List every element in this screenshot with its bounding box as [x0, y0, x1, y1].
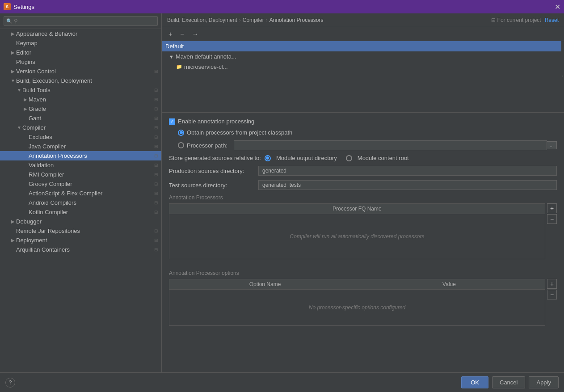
tree-item-maven-default[interactable]: ▼ Maven default annota...: [162, 51, 561, 62]
add-processor-button[interactable]: +: [547, 203, 557, 213]
sidebar-item-groovy-compiler[interactable]: Groovy Compiler ⊟: [0, 179, 161, 189]
store-generated-label: Store generated sources relative to:: [169, 155, 261, 161]
expand-icon: ▼: [169, 54, 174, 59]
copy-configuration-button[interactable]: →: [189, 29, 201, 39]
remove-processor-button[interactable]: −: [547, 214, 557, 224]
remove-configuration-button[interactable]: −: [177, 29, 187, 39]
production-sources-value: [258, 166, 557, 176]
copy-icon: ⊟: [154, 106, 158, 111]
sidebar-item-deployment[interactable]: ▶ Deployment ⊟: [0, 236, 161, 245]
dialog-title: Settings: [13, 4, 34, 10]
obtain-processors-radio[interactable]: [178, 130, 184, 136]
test-sources-input[interactable]: [258, 180, 557, 190]
help-button[interactable]: ?: [5, 378, 15, 388]
copy-icon: ⊟: [154, 125, 158, 130]
sidebar-item-rmi-compiler[interactable]: RMI Compiler ⊟: [0, 170, 161, 179]
expand-icon: ▼: [16, 88, 22, 93]
test-sources-label: Test sources directory:: [169, 182, 258, 189]
expand-icon: ▶: [10, 238, 16, 243]
sidebar-tree: ▶ Appearance & Behavior Keymap ▶ Editor …: [0, 29, 161, 372]
enable-annotation-checkbox[interactable]: ✓: [169, 118, 175, 125]
processor-tree-area: Default ▼ Maven default annota... 📁 micr…: [162, 41, 564, 113]
copy-icon: ⊟: [154, 181, 158, 186]
annotation-processors-table-area: Processor FQ Name Compiler will run all …: [169, 203, 557, 265]
folder-icon: 📁: [176, 64, 182, 70]
sidebar-item-java-compiler[interactable]: Java Compiler ⊟: [0, 142, 161, 151]
annotation-processor-options-empty: No processor-specific options configured: [309, 304, 406, 311]
reset-link[interactable]: Reset: [545, 17, 559, 23]
expand-icon: ▼: [10, 78, 16, 83]
search-wrap: 🔍: [4, 16, 158, 26]
remove-option-button[interactable]: −: [547, 290, 557, 299]
tree-item-default[interactable]: Default: [162, 41, 561, 51]
sidebar-item-debugger[interactable]: ▶ Debugger: [0, 217, 161, 226]
copy-icon: ⊟: [154, 172, 158, 177]
sidebar-item-annotation-processors[interactable]: Annotation Processors ⊟: [0, 151, 161, 160]
apply-button[interactable]: Apply: [529, 376, 559, 388]
obtain-processors-label: Obtain processors from project classpath: [187, 129, 292, 136]
sidebar-item-excludes[interactable]: Excludes ⊟: [0, 132, 161, 142]
sidebar-item-keymap[interactable]: Keymap: [0, 38, 161, 48]
sidebar-item-validation[interactable]: Validation ⊟: [0, 160, 161, 170]
sidebar-item-kotlin-compiler[interactable]: Kotlin Compiler ⊟: [0, 207, 161, 217]
breadcrumb-bar: Build, Execution, Deployment › Compiler …: [162, 13, 564, 27]
add-option-button[interactable]: +: [547, 279, 557, 289]
ok-button[interactable]: OK: [461, 376, 488, 388]
search-box: 🔍: [0, 13, 161, 29]
obtain-processors-row: Obtain processors from project classpath: [178, 129, 557, 136]
right-tree-list: Default ▼ Maven default annota... 📁 micr…: [162, 41, 561, 112]
sidebar-item-editor[interactable]: ▶ Editor: [0, 48, 161, 57]
processor-path-field: ...: [234, 140, 557, 150]
annotation-processor-options-header: Option Name Value: [169, 279, 545, 290]
copy-icon: ⊟: [154, 238, 158, 243]
sidebar-item-gradle[interactable]: ▶ Gradle ⊟: [0, 104, 161, 114]
processor-path-browse-button[interactable]: ...: [547, 141, 557, 149]
search-input[interactable]: [4, 16, 158, 26]
module-output-label: Module output directory: [276, 155, 337, 161]
production-sources-input[interactable]: [258, 166, 557, 176]
sidebar-item-plugins[interactable]: Plugins: [0, 57, 161, 67]
add-configuration-button[interactable]: +: [165, 29, 175, 39]
sidebar-item-build-tools[interactable]: ▼ Build Tools ⊟: [0, 85, 161, 95]
option-name-header: Option Name: [173, 281, 357, 287]
tree-item-microservice[interactable]: 📁 microservice-cl...: [162, 62, 561, 72]
annotation-processors-header: Processor FQ Name: [169, 204, 545, 214]
expand-icon: ▶: [10, 69, 16, 74]
drag-divider[interactable]: ⋮: [561, 41, 564, 112]
sidebar: 🔍 ▶ Appearance & Behavior Keymap ▶ Edito…: [0, 13, 162, 372]
annotation-processors-table-wrap: Processor FQ Name Compiler will run all …: [169, 203, 545, 259]
breadcrumb-sep1: ›: [239, 17, 241, 23]
sidebar-item-maven[interactable]: ▶ Maven ⊟: [0, 95, 161, 104]
processor-path-input[interactable]: [234, 140, 547, 150]
module-output-radio[interactable]: [265, 155, 271, 161]
tree-item-label: Maven default annota...: [176, 53, 236, 60]
sidebar-item-appearance[interactable]: ▶ Appearance & Behavior: [0, 29, 161, 38]
close-button[interactable]: ✕: [555, 3, 560, 11]
copy-icon: ⊟: [154, 210, 158, 215]
annotation-processor-options-body: No processor-specific options configured: [169, 290, 545, 325]
sidebar-item-actionscript-flex[interactable]: ActionScript & Flex Compiler ⊟: [0, 189, 161, 198]
sidebar-item-build-execution[interactable]: ▼ Build, Execution, Deployment: [0, 76, 161, 85]
annotation-processors-empty: Compiler will run all automatically disc…: [290, 233, 425, 240]
expand-icon: ▶: [22, 106, 29, 111]
sidebar-item-remote-jar[interactable]: Remote Jar Repositories ⊟: [0, 226, 161, 236]
breadcrumb-sep2: ›: [266, 17, 268, 23]
module-content-radio[interactable]: [346, 155, 352, 161]
sidebar-item-android-compilers[interactable]: Android Compilers ⊟: [0, 198, 161, 207]
breadcrumb-current: Annotation Processors: [269, 17, 324, 23]
processor-path-radio[interactable]: [178, 142, 184, 148]
copy-icon: ⊟: [154, 247, 158, 252]
sidebar-item-version-control[interactable]: ▶ Version Control ⊟: [0, 67, 161, 76]
processor-fq-name-header: Processor FQ Name: [173, 206, 541, 212]
sidebar-item-gant[interactable]: Gant ⊟: [0, 114, 161, 123]
copy-icon: ⊟: [154, 116, 158, 121]
copy-icon: ⊟: [154, 153, 158, 158]
sidebar-item-compiler[interactable]: ▼ Compiler ⊟: [0, 123, 161, 132]
search-icon: 🔍: [6, 18, 13, 24]
breadcrumb-part2: Compiler: [243, 17, 264, 23]
cancel-button[interactable]: Cancel: [492, 376, 525, 388]
value-header: Value: [357, 281, 541, 287]
sidebar-item-arquillian[interactable]: Arquillian Containers ⊟: [0, 245, 161, 254]
expand-icon: ▶: [10, 31, 16, 36]
processor-path-row: Processor path: ...: [178, 140, 557, 150]
